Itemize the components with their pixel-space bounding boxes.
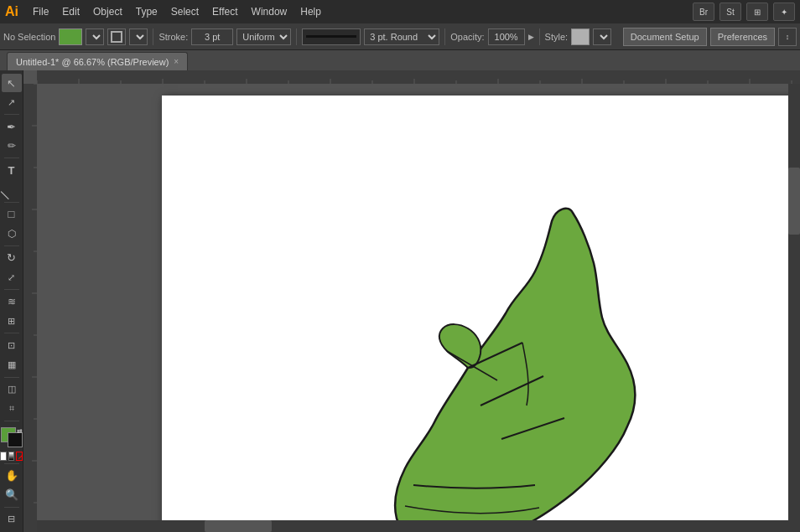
- svg-rect-20: [23, 84, 37, 532]
- toolbox: ↖ ↗ ✒ ✏ T | □ ⬡ ↻ ⤢ ≋ ⊞ ⊡ ▦ ◫ ⌗ ⇄: [0, 70, 23, 532]
- color-mode-row: [0, 452, 23, 461]
- separator-2: [296, 28, 297, 45]
- scrollbar-horizontal[interactable]: [37, 520, 800, 532]
- arrange-icon[interactable]: ↕: [778, 28, 797, 46]
- scrollbar-vertical[interactable]: [788, 84, 800, 520]
- color-swatches: ⇄: [1, 427, 23, 447]
- rect-tool[interactable]: □: [2, 205, 22, 224]
- menu-bar: Ai File Edit Object Type Select Effect W…: [0, 0, 800, 23]
- stock-icon[interactable]: St: [719, 3, 741, 21]
- tab-close-button[interactable]: ×: [174, 57, 179, 66]
- menu-help[interactable]: Help: [294, 4, 327, 19]
- grid-icon[interactable]: ⊞: [746, 3, 768, 21]
- separator-3: [444, 28, 445, 45]
- line-tool[interactable]: |: [0, 176, 23, 204]
- ruler-horizontal: [37, 70, 800, 84]
- free-transform-tool[interactable]: ⊞: [2, 312, 22, 330]
- document-tab[interactable]: Untitled-1* @ 66.67% (RGB/Preview) ×: [7, 52, 188, 70]
- style-label: Style:: [545, 32, 569, 42]
- stroke-preview: [302, 28, 361, 45]
- rotate-tool[interactable]: ↻: [2, 249, 22, 267]
- bridge-icon[interactable]: Br: [693, 3, 714, 21]
- stroke-weight-input[interactable]: [191, 28, 233, 45]
- stroke-uniform-select[interactable]: Uniform: [236, 28, 291, 45]
- fill-select[interactable]: ▾: [86, 28, 104, 45]
- preferences-button[interactable]: Preferences: [710, 28, 775, 46]
- artboard: [162, 96, 799, 531]
- none-fill[interactable]: [0, 452, 7, 461]
- graph-tool[interactable]: ▦: [2, 355, 22, 374]
- swap-colors-icon[interactable]: ⇄: [17, 427, 23, 435]
- menu-type[interactable]: Type: [130, 4, 164, 19]
- app-logo: Ai: [5, 4, 18, 19]
- hand-tool[interactable]: ✋: [2, 467, 22, 485]
- style-select[interactable]: ▾: [593, 28, 611, 45]
- opacity-input[interactable]: [488, 28, 525, 45]
- tool-sep-4: [4, 245, 19, 246]
- menu-edit[interactable]: Edit: [56, 4, 86, 19]
- main-content: ↖ ↗ ✒ ✏ T | □ ⬡ ↻ ⤢ ≋ ⊞ ⊡ ▦ ◫ ⌗ ⇄: [0, 70, 800, 532]
- document-setup-button[interactable]: Document Setup: [623, 28, 707, 46]
- menu-window[interactable]: Window: [246, 4, 294, 19]
- opacity-expand-icon[interactable]: ▶: [528, 33, 534, 41]
- opacity-label: Opacity:: [450, 32, 484, 42]
- paintbucket-tool[interactable]: ⬡: [2, 225, 22, 243]
- workspace-icon[interactable]: ✦: [773, 3, 795, 21]
- zoom-tool[interactable]: 🔍: [2, 486, 22, 504]
- tool-sep-9: [4, 463, 19, 464]
- artboard-tool[interactable]: ⊟: [2, 510, 22, 529]
- svg-rect-0: [37, 70, 800, 84]
- menu-object[interactable]: Object: [87, 4, 128, 19]
- pen-tool[interactable]: ✒: [2, 117, 22, 136]
- warp-tool[interactable]: ≋: [2, 292, 22, 311]
- gradient-tool[interactable]: ◫: [2, 380, 22, 398]
- tool-sep-5: [4, 289, 19, 290]
- fill-color-box[interactable]: [59, 28, 82, 45]
- mesh-tool[interactable]: ⌗: [2, 400, 22, 418]
- stroke-cap-select[interactable]: 3 pt. Round: [364, 28, 439, 45]
- stroke-label: Stroke:: [158, 32, 188, 42]
- direct-select-tool[interactable]: ↗: [2, 93, 22, 111]
- menu-file[interactable]: File: [27, 4, 55, 19]
- gradient-fill[interactable]: [8, 452, 15, 461]
- menu-effect[interactable]: Effect: [206, 4, 243, 19]
- image-tool[interactable]: ⊡: [2, 336, 22, 354]
- menu-icons: Br St ⊞ ✦: [693, 3, 795, 21]
- tool-sep-2: [4, 158, 19, 158]
- select-tool[interactable]: ↖: [2, 74, 22, 92]
- menu-select[interactable]: Select: [165, 4, 205, 19]
- stroke-type-select[interactable]: ▾: [129, 28, 148, 45]
- options-bar: No Selection ▾ ▾ Stroke: Uniform 3 pt. R…: [0, 23, 800, 50]
- tab-bar: Untitled-1* @ 66.67% (RGB/Preview) ×: [0, 50, 800, 70]
- ruler-vertical: [23, 84, 37, 532]
- tool-sep-8: [4, 421, 19, 421]
- separator-1: [153, 28, 153, 45]
- scale-tool[interactable]: ⤢: [2, 268, 22, 287]
- selection-label: No Selection: [3, 32, 55, 42]
- separator-4: [539, 28, 540, 45]
- tab-title: Untitled-1* @ 66.67% (RGB/Preview): [16, 57, 169, 67]
- pencil-tool[interactable]: ✏: [2, 137, 22, 155]
- canvas-area: B: [23, 70, 800, 532]
- tool-sep-10: [4, 507, 19, 508]
- stroke-color-box[interactable]: [107, 28, 126, 45]
- tool-sep-7: [4, 377, 19, 378]
- style-swatch[interactable]: [571, 28, 590, 45]
- no-fill[interactable]: [16, 452, 23, 461]
- tool-sep-6: [4, 333, 19, 333]
- tool-sep-1: [4, 114, 19, 115]
